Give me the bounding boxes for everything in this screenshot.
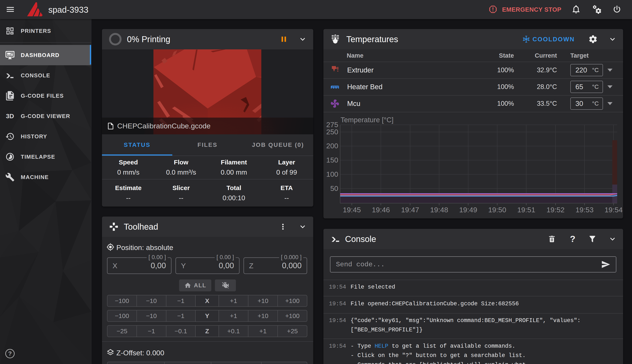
svg-text:19:49: 19:49 [459,206,477,214]
svg-text:100: 100 [326,170,338,178]
svg-text:Temperature [°C]: Temperature [°C] [340,116,394,124]
svg-text:19:51: 19:51 [517,206,535,214]
svg-text:200: 200 [326,142,338,150]
svg-text:19:48: 19:48 [430,206,448,214]
svg-text:19:46: 19:46 [372,206,390,214]
svg-text:19:47: 19:47 [401,206,419,214]
svg-text:19:52: 19:52 [546,206,564,214]
svg-text:19:50: 19:50 [488,206,506,214]
svg-text:19:53: 19:53 [576,206,594,214]
svg-text:50: 50 [330,184,338,192]
svg-text:19:45: 19:45 [343,206,361,214]
svg-text:19:54: 19:54 [604,206,622,214]
svg-text:250: 250 [326,128,338,136]
svg-text:275: 275 [326,120,338,128]
svg-text:150: 150 [326,156,338,164]
